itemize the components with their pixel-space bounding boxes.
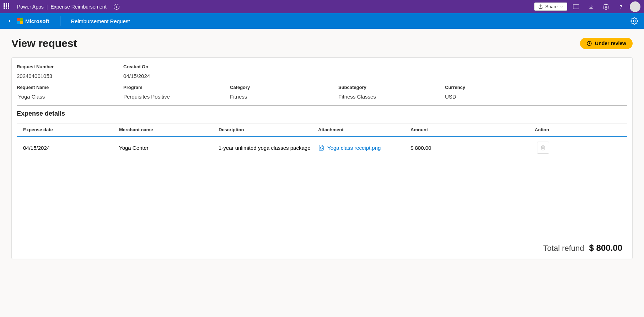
status-badge: Under review <box>580 38 633 49</box>
svg-point-3 <box>633 20 635 22</box>
value-subcategory: Fitness Classes <box>338 94 445 100</box>
microsoft-logo-icon <box>17 18 23 24</box>
label-request-name: Request Name <box>17 85 123 90</box>
user-avatar[interactable] <box>630 1 640 12</box>
label-category: Category <box>230 85 338 90</box>
value-created-on: 04/15/2024 <box>123 73 230 79</box>
svg-rect-0 <box>573 5 579 9</box>
app-title: Reimbursement Request <box>71 18 130 24</box>
chevron-down-icon <box>560 5 563 9</box>
section-expense-details-title: Expense details <box>17 110 627 117</box>
help-icon[interactable] <box>615 1 627 13</box>
svg-point-5 <box>320 148 321 148</box>
header-divider <box>60 16 60 26</box>
col-attachment: Attachment <box>318 127 410 132</box>
total-refund-value: $ 800.00 <box>589 243 622 253</box>
field-request-number: Request Number 202404001053 <box>17 64 123 85</box>
share-icon <box>538 4 543 9</box>
title-separator: | <box>47 4 48 10</box>
microsoft-text: Microsoft <box>25 18 49 24</box>
col-amount: Amount <box>410 127 506 132</box>
attachment-link[interactable]: Yoga class receipt.png <box>318 144 410 151</box>
expense-table-header: Expense date Merchant name Description A… <box>17 123 627 137</box>
request-card: Request Number 202404001053 Created On 0… <box>11 57 633 259</box>
svg-point-2 <box>621 8 621 8</box>
attachment-filename: Yoga class receipt.png <box>327 145 381 151</box>
app-name[interactable]: Expense Reimbursement <box>50 4 106 10</box>
field-subcategory: Subcategory Fitness Classes <box>338 85 445 105</box>
cell-amount: $ 800.00 <box>410 145 506 151</box>
expense-table: Expense date Merchant name Description A… <box>17 123 627 159</box>
microsoft-logo: Microsoft <box>17 18 49 24</box>
cell-merchant: Yoga Center <box>119 145 219 151</box>
label-subcategory: Subcategory <box>338 85 445 90</box>
meta-divider <box>17 105 627 106</box>
main-content: View request Under review Request Number… <box>0 29 644 317</box>
share-label: Share <box>545 4 558 9</box>
product-name[interactable]: Power Apps <box>17 4 44 10</box>
power-apps-topbar: Power Apps | Expense Reimbursement i Sha… <box>0 0 644 13</box>
field-category: Category Fitness <box>230 85 338 105</box>
total-bar: Total refund $ 800.00 <box>12 237 632 259</box>
app-header-bar: Microsoft Reimbursement Request <box>0 13 644 29</box>
value-program: Perquisites Positive <box>123 94 230 100</box>
label-request-number: Request Number <box>17 64 123 69</box>
info-icon[interactable]: i <box>114 4 119 10</box>
fit-screen-icon[interactable] <box>570 1 582 13</box>
trash-icon <box>540 145 546 150</box>
settings-icon[interactable] <box>600 1 612 13</box>
value-request-name: Yoga Class <box>17 94 123 100</box>
delete-row-button[interactable] <box>537 142 549 154</box>
field-created-on: Created On 04/15/2024 <box>123 64 230 85</box>
download-icon[interactable] <box>585 1 597 13</box>
label-created-on: Created On <box>123 64 230 69</box>
label-program: Program <box>123 85 230 90</box>
col-action: Action <box>506 127 549 132</box>
value-category: Fitness <box>230 94 338 100</box>
page-title: View request <box>11 37 77 49</box>
col-expense-date: Expense date <box>23 127 119 132</box>
status-text: Under review <box>595 41 626 46</box>
app-launcher-icon[interactable] <box>4 3 11 10</box>
cell-date: 04/15/2024 <box>23 145 119 151</box>
share-button[interactable]: Share <box>534 2 567 11</box>
value-currency: USD <box>445 94 534 100</box>
value-request-number: 202404001053 <box>17 73 123 79</box>
clock-icon <box>586 41 592 46</box>
total-refund-label: Total refund <box>543 244 584 253</box>
app-settings-icon[interactable] <box>629 16 640 26</box>
svg-point-1 <box>605 6 607 7</box>
label-currency: Currency <box>445 85 534 90</box>
image-file-icon <box>318 144 324 151</box>
field-program: Program Perquisites Positive <box>123 85 230 105</box>
cell-description: 1-year unlimited yoga classes package <box>219 145 318 151</box>
col-merchant: Merchant name <box>119 127 219 132</box>
field-currency: Currency USD <box>445 85 534 105</box>
field-request-name: Request Name Yoga Class <box>17 85 123 105</box>
back-button[interactable] <box>4 16 15 26</box>
col-description: Description <box>219 127 318 132</box>
expense-row: 04/15/2024 Yoga Center 1-year unlimited … <box>17 137 627 159</box>
